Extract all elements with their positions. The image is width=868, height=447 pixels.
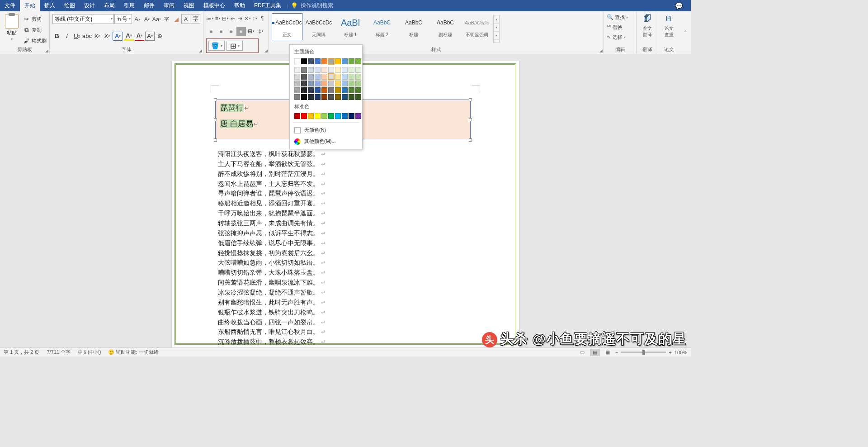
color-swatch[interactable]: [294, 113, 300, 119]
color-swatch[interactable]: [342, 113, 348, 119]
zoom-level[interactable]: 100%: [675, 350, 687, 355]
color-swatch[interactable]: [335, 58, 341, 64]
color-swatch[interactable]: [328, 74, 334, 80]
color-swatch[interactable]: [328, 113, 334, 119]
color-swatch[interactable]: [342, 74, 348, 80]
status-page[interactable]: 第 1 页，共 2 页: [4, 349, 39, 356]
color-swatch[interactable]: [294, 58, 300, 64]
full-translate-button[interactable]: 🗐 全文 翻译: [643, 14, 652, 38]
color-swatch[interactable]: [355, 67, 361, 73]
color-swatch[interactable]: [342, 81, 348, 86]
color-swatch[interactable]: [308, 87, 314, 93]
style-card-0[interactable]: AaBbCcDc正文: [272, 13, 302, 40]
decrease-font-button[interactable]: A▾: [142, 14, 152, 24]
decrease-indent-button[interactable]: ⇤: [229, 14, 236, 23]
color-swatch[interactable]: [349, 113, 354, 119]
character-border-button[interactable]: A: [181, 14, 191, 24]
color-swatch[interactable]: [349, 58, 354, 64]
show-marks-button[interactable]: ¶: [259, 14, 266, 23]
color-swatch[interactable]: [355, 113, 361, 119]
color-swatch[interactable]: [315, 67, 321, 73]
format-painter-button[interactable]: 🖌格式刷: [23, 36, 47, 46]
align-left-button[interactable]: ≡: [206, 27, 216, 36]
resize-handle[interactable]: [469, 118, 472, 121]
menu-review[interactable]: 审阅: [159, 0, 179, 11]
color-swatch[interactable]: [321, 113, 327, 119]
color-swatch[interactable]: [328, 58, 334, 64]
styles-gallery-expand[interactable]: ▴▾▾: [493, 15, 500, 43]
increase-indent-button[interactable]: ⇥: [236, 14, 243, 23]
style-card-2[interactable]: AaBl标题 1: [335, 13, 366, 40]
multilevel-list-button[interactable]: ⊟: [222, 14, 228, 23]
no-color-option[interactable]: 无颜色(N): [290, 124, 362, 136]
color-swatch[interactable]: [315, 74, 321, 80]
zoom-thumb[interactable]: [642, 350, 645, 355]
menu-design[interactable]: 设计: [80, 0, 99, 11]
paragraph-expand-icon[interactable]: ◢: [264, 48, 268, 53]
color-swatch[interactable]: [308, 81, 314, 86]
style-card-1[interactable]: AaBbCcDc无间隔: [303, 13, 334, 40]
color-swatch[interactable]: [315, 81, 321, 86]
bold-button[interactable]: B: [52, 32, 61, 41]
color-swatch[interactable]: [355, 87, 361, 93]
increase-font-button[interactable]: A▴: [132, 14, 142, 24]
numbering-button[interactable]: ≡: [214, 14, 221, 23]
color-swatch[interactable]: [301, 74, 307, 80]
font-expand-icon[interactable]: ◢: [199, 48, 202, 53]
paste-button[interactable]: 粘贴 ▾: [3, 14, 21, 46]
zoom-slider[interactable]: [621, 352, 666, 353]
color-swatch[interactable]: [335, 74, 341, 80]
color-swatch[interactable]: [321, 58, 327, 64]
color-swatch[interactable]: [308, 113, 314, 119]
font-color-button[interactable]: A▾: [135, 32, 144, 41]
menu-mailings[interactable]: 邮件: [139, 0, 159, 11]
collapse-ribbon-button[interactable]: ˄: [680, 11, 691, 54]
color-swatch[interactable]: [335, 67, 341, 73]
style-card-4[interactable]: AaBbC标题: [398, 13, 429, 40]
color-swatch[interactable]: [301, 58, 307, 64]
color-swatch[interactable]: [349, 74, 354, 80]
color-swatch[interactable]: [335, 113, 341, 119]
zoom-in-button[interactable]: +: [669, 350, 671, 355]
color-swatch[interactable]: [301, 81, 307, 86]
color-swatch[interactable]: [342, 58, 348, 64]
menu-layout[interactable]: 布局: [99, 0, 119, 11]
highlight-color-button[interactable]: A▾: [124, 32, 133, 41]
color-swatch[interactable]: [315, 58, 321, 64]
sort-button[interactable]: ↕: [251, 14, 258, 23]
menu-home[interactable]: 开始: [20, 0, 40, 11]
more-colors-option[interactable]: 其他颜色(M)...: [290, 136, 362, 147]
styles-expand-icon[interactable]: ◢: [599, 48, 603, 53]
color-swatch[interactable]: [294, 74, 300, 80]
view-print-layout-button[interactable]: ▤: [590, 349, 600, 356]
color-swatch[interactable]: [301, 113, 307, 119]
view-web-layout-button[interactable]: ▦: [603, 349, 613, 356]
distributed-button[interactable]: ⊞: [246, 27, 256, 36]
view-read-mode-button[interactable]: ▭: [577, 349, 587, 356]
color-swatch[interactable]: [308, 67, 314, 73]
menu-templates[interactable]: 模板中心: [199, 0, 230, 11]
resize-handle[interactable]: [214, 98, 217, 101]
color-swatch[interactable]: [294, 87, 300, 93]
color-swatch[interactable]: [308, 94, 314, 100]
color-swatch[interactable]: [328, 87, 334, 93]
align-center-button[interactable]: ≡: [216, 27, 226, 36]
tell-me-search[interactable]: 操作说明搜索: [301, 2, 333, 10]
subscript-button[interactable]: X2: [93, 32, 102, 41]
comment-icon[interactable]: 💬: [675, 2, 683, 10]
paper-check-button[interactable]: 🗎 论文 查重: [665, 14, 674, 38]
underline-button[interactable]: U▾: [72, 32, 81, 41]
menu-help[interactable]: 帮助: [230, 0, 250, 11]
style-card-6[interactable]: AaBbCcDc不明显强调: [462, 13, 492, 40]
change-case-button[interactable]: Aa▾: [152, 14, 161, 24]
color-swatch[interactable]: [301, 94, 307, 100]
color-swatch[interactable]: [355, 58, 361, 64]
color-swatch[interactable]: [349, 81, 354, 86]
character-shading-button[interactable]: A▾: [145, 32, 155, 41]
color-swatch[interactable]: [355, 94, 361, 100]
status-language[interactable]: 中文(中国): [78, 349, 101, 356]
bullets-button[interactable]: ≔: [206, 14, 214, 23]
strikethrough-button[interactable]: abc: [82, 32, 92, 41]
zoom-out-button[interactable]: −: [615, 350, 618, 355]
color-swatch[interactable]: [321, 81, 327, 86]
